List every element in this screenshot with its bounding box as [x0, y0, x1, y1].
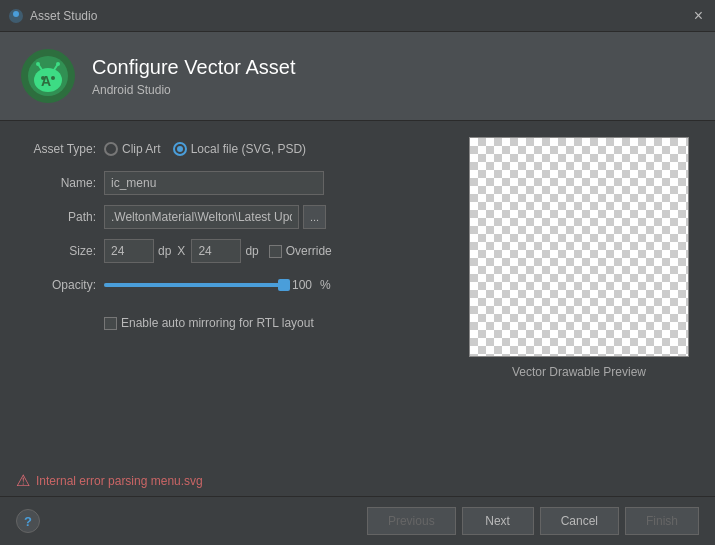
size-height-unit: dp [245, 244, 258, 258]
title-bar-left: Asset Studio [8, 8, 97, 24]
svg-point-1 [13, 11, 19, 17]
size-label: Size: [16, 244, 96, 258]
asset-type-row: Asset Type: Clip Art Local file (SVG, PS… [16, 137, 443, 161]
mirror-checkbox[interactable]: Enable auto mirroring for RTL layout [104, 316, 314, 330]
local-file-label: Local file (SVG, PSD) [191, 142, 306, 156]
name-input[interactable] [104, 171, 324, 195]
svg-point-6 [51, 76, 55, 80]
cancel-button[interactable]: Cancel [540, 507, 619, 535]
help-button[interactable]: ? [16, 509, 40, 533]
app-icon [8, 8, 24, 24]
opacity-label: Opacity: [16, 278, 96, 292]
path-input[interactable] [104, 205, 299, 229]
finish-button[interactable]: Finish [625, 507, 699, 535]
dialog-footer: ? Previous Next Cancel Finish [0, 496, 715, 545]
preview-section: Vector Drawable Preview [459, 137, 699, 449]
override-label: Override [286, 244, 332, 258]
size-width-unit: dp [158, 244, 171, 258]
next-button[interactable]: Next [462, 507, 534, 535]
local-file-radio[interactable]: Local file (SVG, PSD) [173, 142, 306, 156]
preview-canvas [469, 137, 689, 357]
error-icon: ⚠ [16, 471, 30, 490]
svg-point-10 [56, 62, 60, 66]
path-row: Path: ... [16, 205, 443, 229]
override-checkbox-box [269, 245, 282, 258]
form-section: Asset Type: Clip Art Local file (SVG, PS… [16, 137, 443, 449]
error-section: ⚠ Internal error parsing menu.svg [0, 465, 715, 496]
clip-art-radio[interactable]: Clip Art [104, 142, 161, 156]
size-x-separator: X [177, 244, 185, 258]
opacity-slider-fill [104, 283, 284, 287]
opacity-slider-group: 100 % [104, 278, 443, 292]
svg-point-9 [36, 62, 40, 66]
name-label: Name: [16, 176, 96, 190]
name-row: Name: [16, 171, 443, 195]
opacity-row: Opacity: 100 % [16, 273, 443, 297]
override-checkbox[interactable]: Override [269, 244, 332, 258]
dialog-heading: Configure Vector Asset [92, 56, 295, 79]
error-message: Internal error parsing menu.svg [36, 474, 203, 488]
browse-button[interactable]: ... [303, 205, 326, 229]
path-label: Path: [16, 210, 96, 224]
footer-left: ? [16, 509, 40, 533]
android-studio-logo: A [20, 48, 76, 104]
opacity-unit: % [320, 278, 331, 292]
size-row: Size: dp X dp Override [16, 239, 443, 263]
opacity-value: 100 [292, 278, 312, 292]
opacity-slider-thumb [278, 279, 290, 291]
header-text: Configure Vector Asset Android Studio [92, 56, 295, 97]
clip-art-label: Clip Art [122, 142, 161, 156]
dialog-body: Asset Type: Clip Art Local file (SVG, PS… [0, 121, 715, 465]
opacity-slider-track[interactable] [104, 283, 284, 287]
dialog-subheading: Android Studio [92, 83, 295, 97]
local-file-radio-circle [173, 142, 187, 156]
asset-type-label: Asset Type: [16, 142, 96, 156]
clip-art-radio-circle [104, 142, 118, 156]
dialog-title: Asset Studio [30, 9, 97, 23]
preview-label: Vector Drawable Preview [512, 365, 646, 379]
mirror-row: Enable auto mirroring for RTL layout [104, 311, 443, 335]
dialog-header: A Configure Vector Asset Android Studio [0, 32, 715, 121]
size-height-input[interactable] [191, 239, 241, 263]
footer-buttons: Previous Next Cancel Finish [367, 507, 699, 535]
size-width-input[interactable] [104, 239, 154, 263]
title-bar: Asset Studio × [0, 0, 715, 32]
dialog: A Configure Vector Asset Android Studio … [0, 32, 715, 545]
mirror-checkbox-box [104, 317, 117, 330]
previous-button[interactable]: Previous [367, 507, 456, 535]
close-button[interactable]: × [690, 6, 707, 26]
asset-type-radio-group: Clip Art Local file (SVG, PSD) [104, 142, 306, 156]
svg-text:A: A [41, 73, 51, 89]
path-input-group: ... [104, 205, 326, 229]
size-inputs: dp X dp Override [104, 239, 332, 263]
mirror-label: Enable auto mirroring for RTL layout [121, 316, 314, 330]
